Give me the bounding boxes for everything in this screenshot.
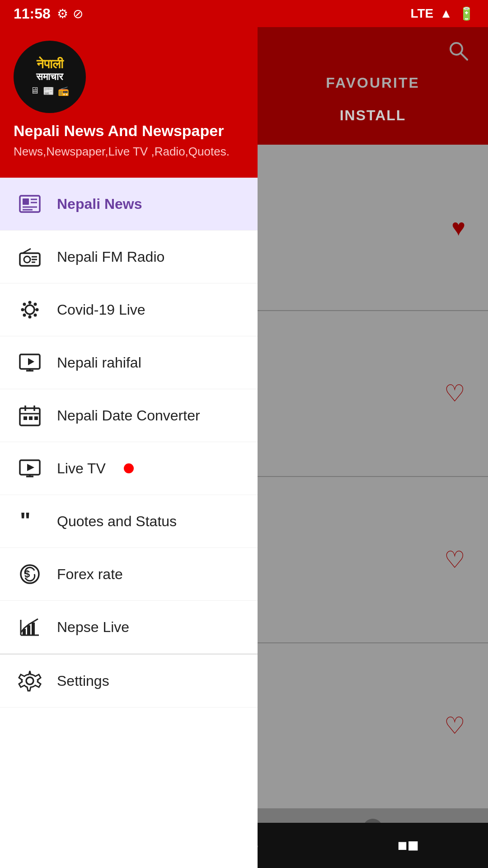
nepse-icon	[16, 613, 43, 641]
drawer-menu: Nepali News Nepali FM Radio	[0, 178, 258, 868]
radio-icon	[16, 243, 43, 270]
sidebar-item-nepali-news[interactable]: Nepali News	[0, 178, 258, 231]
sidebar-item-label-date-converter: Nepali Date Converter	[57, 407, 200, 424]
sidebar-item-quotes[interactable]: " Quotes and Status	[0, 495, 258, 548]
sidebar-item-label-covid: Covid-19 Live	[57, 302, 145, 318]
card-item-3: ♡	[258, 477, 488, 643]
news-icon	[16, 190, 43, 217]
signal-icon: ▲	[440, 6, 452, 21]
quotes-icon: "	[16, 508, 43, 535]
logo-inner: नेपाली समाचार 🖥 📰 📻	[16, 43, 84, 111]
right-panel: FAVOURITE INSTALL ♥ ♡ ♡ ♡ i	[258, 27, 488, 868]
svg-line-50	[461, 53, 467, 60]
card-item-2: ♡	[258, 311, 488, 477]
svg-point-18	[34, 314, 37, 317]
card-list: ♥ ♡ ♡ ♡	[258, 145, 488, 809]
svg-point-19	[34, 303, 37, 306]
sidebar-item-covid[interactable]: Covid-19 Live	[0, 283, 258, 336]
settings-menu-icon	[16, 667, 43, 694]
sidebar-item-nepali-rahifal[interactable]: Nepali rahifal	[0, 336, 258, 389]
drawer-header: नेपाली समाचार 🖥 📰 📻 Nepali News And News…	[0, 27, 258, 178]
app-subtitle: News,Newspaper,Live TV ,Radio,Quotes.	[14, 143, 230, 160]
svg-rect-1	[23, 198, 29, 205]
card-item-1: ♥	[258, 145, 488, 311]
sidebar-item-settings[interactable]: Settings	[0, 655, 258, 708]
sidebar-item-live-tv[interactable]: Live TV	[0, 442, 258, 495]
rahifal-icon	[16, 349, 43, 376]
svg-rect-34	[29, 416, 33, 420]
lte-label: LTE	[410, 6, 433, 21]
svg-point-14	[28, 316, 32, 319]
svg-rect-33	[23, 416, 27, 420]
drawer: नेपाली समाचार 🖥 📰 📻 Nepali News And News…	[0, 27, 258, 868]
logo-radio-icon: 📻	[58, 85, 69, 96]
sidebar-item-forex[interactable]: $ Forex rate	[0, 548, 258, 601]
card-item-4: ♡	[258, 643, 488, 810]
logo-news-icon: 📰	[43, 85, 54, 96]
svg-point-16	[36, 308, 39, 311]
svg-marker-26	[28, 358, 34, 365]
logo-icons-row: 🖥 📰 📻	[30, 85, 69, 96]
svg-rect-46	[27, 625, 30, 635]
app-logo: नेपाली समाचार 🖥 📰 📻	[14, 41, 86, 113]
svg-point-15	[21, 308, 24, 311]
sidebar-item-label-forex: Forex rate	[57, 566, 123, 583]
svg-text:": "	[20, 509, 31, 533]
sidebar-item-label-nepali-news: Nepali News	[57, 196, 142, 212]
logo-samachar-text: समाचार	[36, 71, 63, 83]
sidebar-item-label-settings: Settings	[57, 673, 109, 689]
heart-filled-icon[interactable]: ♥	[451, 214, 465, 241]
forex-icon: $	[16, 561, 43, 588]
main-layout: नेपाली समाचार 🖥 📰 📻 Nepali News And News…	[0, 27, 488, 868]
heart-outline-icon-2[interactable]: ♡	[444, 546, 465, 573]
calendar-icon	[16, 402, 43, 429]
status-left: 11:58 ⚙ ⊘	[14, 5, 83, 22]
svg-rect-47	[32, 623, 35, 635]
search-icon[interactable]	[447, 40, 470, 67]
live-indicator-dot	[124, 463, 134, 473]
favourite-label: FAVOURITE	[326, 75, 420, 91]
svg-marker-37	[27, 464, 34, 471]
svg-point-48	[26, 677, 33, 684]
covid-icon	[16, 296, 43, 323]
sidebar-item-label-fm-radio: Nepali FM Radio	[57, 249, 164, 265]
svg-rect-35	[34, 416, 38, 420]
svg-point-20	[23, 314, 26, 317]
sidebar-item-nepali-fm-radio[interactable]: Nepali FM Radio	[0, 231, 258, 283]
logo-nepali-text: नेपाली	[37, 57, 63, 71]
sidebar-item-nepse[interactable]: Nepse Live	[0, 601, 258, 654]
svg-point-12	[25, 305, 34, 314]
heart-outline-icon-1[interactable]: ♡	[444, 380, 465, 407]
settings-icon: ⚙	[57, 6, 68, 21]
right-header: FAVOURITE INSTALL	[258, 27, 488, 145]
svg-point-13	[28, 301, 32, 304]
live-tv-icon	[16, 455, 43, 482]
sidebar-item-label-nepse: Nepse Live	[57, 619, 129, 636]
status-bar: 11:58 ⚙ ⊘ LTE ▲ 🔋	[0, 0, 488, 27]
blocked-icon: ⊘	[73, 6, 83, 21]
sidebar-item-label-rahifal: Nepali rahifal	[57, 354, 141, 371]
status-icons: ⚙ ⊘	[57, 6, 83, 21]
nav-recent-button[interactable]: ■	[398, 835, 419, 856]
svg-point-7	[24, 256, 30, 263]
status-right: LTE ▲ 🔋	[410, 6, 474, 21]
app-title: Nepali News And Newspaper	[14, 122, 224, 140]
install-button[interactable]: INSTALL	[313, 99, 433, 132]
battery-icon: 🔋	[459, 6, 474, 21]
heart-outline-icon-3[interactable]: ♡	[444, 712, 465, 739]
status-time: 11:58	[14, 5, 51, 22]
sidebar-item-label-quotes: Quotes and Status	[57, 513, 177, 530]
svg-point-17	[23, 303, 26, 306]
sidebar-item-date-converter[interactable]: Nepali Date Converter	[0, 389, 258, 442]
sidebar-item-label-live-tv: Live TV	[57, 460, 106, 477]
logo-tv-icon: 🖥	[30, 85, 39, 96]
